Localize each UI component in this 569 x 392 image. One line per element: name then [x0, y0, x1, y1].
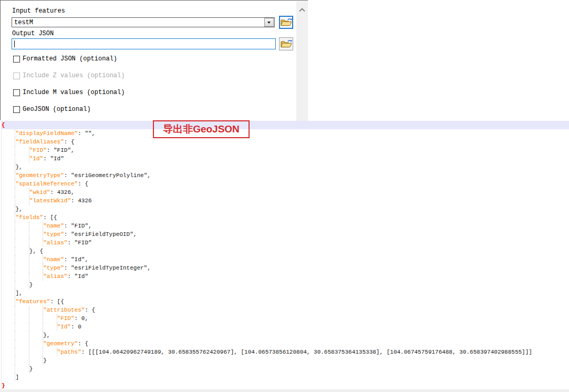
checkbox-label: Include Z values (optional) — [23, 72, 125, 79]
checkbox-label: Formatted JSON (optional) — [23, 55, 117, 63]
combobox-dropdown-button[interactable] — [264, 18, 274, 27]
checkbox-box[interactable] — [13, 89, 20, 96]
checkbox-include-z-values: Include Z values (optional) — [13, 72, 125, 79]
code-line: "geometry": { — [2, 339, 569, 348]
code-line: }, — [2, 331, 569, 339]
code-line: "alias": "Id" — [2, 272, 569, 281]
indent-guide-margin — [1, 121, 2, 389]
input-features-combobox[interactable]: testM — [12, 17, 275, 27]
code-line: "spatialReference": { — [2, 180, 569, 188]
code-line: "latestWkid": 4326 — [2, 197, 569, 205]
output-json-input[interactable] — [12, 38, 276, 49]
code-line: }, — [2, 163, 569, 171]
dialog-scrollbar[interactable] — [296, 1, 308, 121]
checkbox-box — [13, 73, 20, 79]
code-line: ] — [2, 373, 569, 381]
code-area[interactable]: {"displayFieldName": "","fieldAliases": … — [0, 121, 569, 390]
code-line: "alias": "FID" — [2, 239, 569, 247]
code-line: "features": [{ — [2, 297, 569, 306]
code-line: } — [2, 281, 569, 289]
code-line: } — [2, 381, 569, 390]
code-line: "Id": "Id" — [2, 154, 569, 163]
code-line: "paths": [[[104.06420962749189, 30.65835… — [2, 348, 569, 356]
open-folder-icon — [281, 18, 292, 27]
editor-bottom-strip — [0, 389, 569, 392]
annotation-text: 导出非GeoJSON — [163, 122, 240, 136]
code-line: "FID": 0, — [2, 314, 569, 323]
code-line: "fields": [{ — [2, 213, 569, 222]
input-features-label: Input features — [12, 7, 65, 15]
checkbox-geojson[interactable]: GeoJSON (optional) — [13, 106, 91, 113]
checkbox-box[interactable] — [13, 106, 20, 113]
code-line: } — [2, 356, 569, 365]
code-line: "name": "Id", — [2, 255, 569, 264]
code-line: "wkid": 4326, — [2, 188, 569, 197]
code-line: } — [2, 365, 569, 373]
code-line: "type": "esriFieldTypeInteger", — [2, 264, 569, 272]
code-line: ], — [2, 289, 569, 297]
code-line: "Id": 0 — [2, 323, 569, 331]
checkbox-label: Include M values (optional) — [23, 89, 125, 96]
browse-output-json-button[interactable] — [279, 37, 293, 50]
chevron-up-icon[interactable] — [299, 8, 305, 12]
code-line: "displayFieldName": "", — [2, 129, 569, 138]
text-caret — [14, 40, 15, 47]
code-line: "FID": "FID", — [2, 146, 569, 154]
input-features-value[interactable]: testM — [12, 19, 264, 26]
code-line: "fieldAliases": { — [2, 138, 569, 146]
browse-input-features-button[interactable] — [279, 16, 293, 29]
features-to-json-dialog: Input features testM Output JSON — [0, 0, 308, 120]
code-line: }, — [2, 205, 569, 213]
dropdown-arrow-icon — [267, 22, 271, 24]
code-line: "type": "esriFieldTypeOID", — [2, 230, 569, 239]
output-json-label: Output JSON — [12, 30, 54, 37]
screenshot-root: Input features testM Output JSON — [0, 0, 569, 392]
open-folder-icon — [281, 39, 292, 48]
annotation-box: 导出非GeoJSON — [153, 120, 250, 138]
checkbox-include-m-values[interactable]: Include M values (optional) — [13, 89, 125, 96]
code-line: }, { — [2, 247, 569, 255]
checkbox-box[interactable] — [13, 56, 20, 63]
code-line: "geometryType": "esriGeometryPolyline", — [2, 171, 569, 180]
code-line: "name": "FID", — [2, 222, 569, 230]
code-line: { — [2, 121, 569, 129]
checkbox-formatted-json[interactable]: Formatted JSON (optional) — [13, 55, 117, 63]
code-line: "attributes": { — [2, 306, 569, 314]
checkbox-label: GeoJSON (optional) — [23, 106, 91, 113]
